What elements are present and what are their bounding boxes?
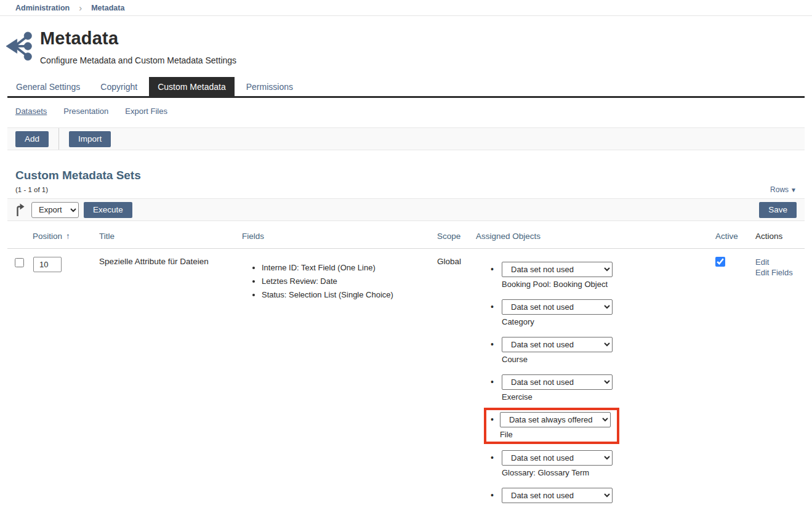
add-button[interactable]: Add xyxy=(15,131,49,147)
edit-fields-link[interactable]: Edit Fields xyxy=(755,267,805,278)
custom-metadata-table: Position↑ Title Fields Scope Assigned Ob… xyxy=(7,223,805,505)
caret-down-icon: ▼ xyxy=(790,187,797,193)
assigned-objects-list: • Data set not used Booking Pool: Bookin… xyxy=(476,262,715,505)
table-title: Custom Metadata Sets xyxy=(15,169,797,182)
assigned-object-select-course[interactable]: Data set not used xyxy=(502,337,613,352)
assigned-object-booking-pool: • Data set not used Booking Pool: Bookin… xyxy=(476,262,715,289)
assigned-object-glossary: • Data set not used Glossary: Glossary T… xyxy=(476,450,715,477)
bullet-icon: • xyxy=(491,453,496,477)
import-button[interactable]: Import xyxy=(69,131,111,147)
field-item: Letztes Review: Date xyxy=(262,276,437,287)
assigned-object-course: • Data set not used Course xyxy=(476,337,715,364)
assigned-object-label: Booking Pool: Booking Object xyxy=(502,280,613,289)
assigned-object-label: Course xyxy=(502,355,613,364)
row-select-checkbox[interactable] xyxy=(15,258,24,267)
breadcrumb-item-administration[interactable]: Administration xyxy=(15,4,70,12)
column-actions: Actions xyxy=(755,223,805,249)
page-header: Metadata Configure Metadata and Custom M… xyxy=(0,16,812,65)
metadata-share-icon xyxy=(6,30,34,62)
page-subtitle: Configure Metadata and Custom Metadata S… xyxy=(40,55,236,65)
main-tabbar: General Settings Copyright Custom Metada… xyxy=(7,77,805,98)
row-title: Spezielle Attribute für Dateien xyxy=(99,249,242,505)
column-assigned-objects: Assigned Objects xyxy=(476,223,715,249)
page-title: Metadata xyxy=(40,28,236,49)
tab-general-settings[interactable]: General Settings xyxy=(7,77,89,96)
column-position[interactable]: Position↑ xyxy=(33,223,99,249)
breadcrumb-item-metadata[interactable]: Metadata xyxy=(91,4,124,12)
bullet-icon: • xyxy=(491,490,496,505)
assigned-object-select-glossary[interactable]: Data set not used xyxy=(502,450,613,466)
assigned-object-select-exercise[interactable]: Data set not used xyxy=(502,374,613,390)
bulk-action-select[interactable]: Export xyxy=(31,202,79,218)
row-scope: Global xyxy=(437,249,476,505)
sort-asc-icon: ↑ xyxy=(66,232,70,241)
bullet-icon: • xyxy=(491,302,496,326)
table-header-row: Position↑ Title Fields Scope Assigned Ob… xyxy=(7,223,805,249)
assigned-object-select-category[interactable]: Data set not used xyxy=(502,299,613,315)
assigned-object-label: File xyxy=(500,430,611,439)
toolbar-divider xyxy=(58,128,59,150)
tab-copyright[interactable]: Copyright xyxy=(92,77,146,96)
bullet-icon: • xyxy=(491,414,494,439)
field-item: Status: Selection List (Single Choice) xyxy=(262,289,437,301)
table-toolbar: Export Execute Save xyxy=(7,198,805,221)
tab-custom-metadata[interactable]: Custom Metadata xyxy=(149,77,235,96)
assigned-object-label: Exercise xyxy=(502,392,613,402)
subtabbar: Datasets Presentation Export Files xyxy=(0,98,812,123)
assigned-object-label: Glossary: Glossary Term xyxy=(502,468,613,477)
column-scope: Scope xyxy=(437,223,476,249)
fields-list: Interne ID: Text Field (One Line) Letzte… xyxy=(242,262,437,301)
execute-button[interactable]: Execute xyxy=(84,202,132,218)
breadcrumb: Administration › Metadata xyxy=(0,0,812,16)
subtab-export-files[interactable]: Export Files xyxy=(125,107,167,116)
column-fields: Fields xyxy=(242,223,437,249)
active-checkbox[interactable] xyxy=(715,257,725,267)
rows-dropdown[interactable]: Rows▼ xyxy=(770,185,797,194)
breadcrumb-separator-icon: › xyxy=(79,3,82,12)
subtab-presentation[interactable]: Presentation xyxy=(63,107,108,116)
position-input[interactable] xyxy=(33,257,62,272)
column-active: Active xyxy=(715,223,755,249)
move-arrow-icon xyxy=(15,203,25,216)
column-title: Title xyxy=(99,223,242,249)
save-button[interactable]: Save xyxy=(759,202,797,218)
assigned-object-select-file[interactable]: Data set always offered xyxy=(500,412,611,427)
table-row: Spezielle Attribute für Dateien Interne … xyxy=(7,249,805,505)
tab-permissions[interactable]: Permissions xyxy=(238,77,302,96)
assigned-object-file-highlighted: • Data set always offered File xyxy=(484,408,619,444)
actions-toolbar: Add Import xyxy=(7,127,805,150)
bullet-icon: • xyxy=(491,377,496,402)
assigned-object-select-group[interactable]: Data set not used xyxy=(502,488,613,503)
edit-link[interactable]: Edit xyxy=(755,257,805,267)
bullet-icon: • xyxy=(491,339,496,364)
subtab-datasets[interactable]: Datasets xyxy=(15,107,47,116)
assigned-object-select-booking-pool[interactable]: Data set not used xyxy=(502,262,613,277)
assigned-object-group: • Data set not used Group xyxy=(476,488,715,505)
assigned-object-label: Category xyxy=(502,317,613,326)
assigned-object-category: • Data set not used Category xyxy=(476,299,715,326)
result-range: (1 - 1 of 1) xyxy=(15,186,48,193)
field-item: Interne ID: Text Field (One Line) xyxy=(262,262,437,273)
table-section-header: Custom Metadata Sets (1 - 1 of 1) Rows▼ xyxy=(15,169,797,194)
assigned-object-exercise: • Data set not used Exercise xyxy=(476,374,715,402)
select-all-column xyxy=(7,223,33,249)
bullet-icon: • xyxy=(491,264,496,289)
